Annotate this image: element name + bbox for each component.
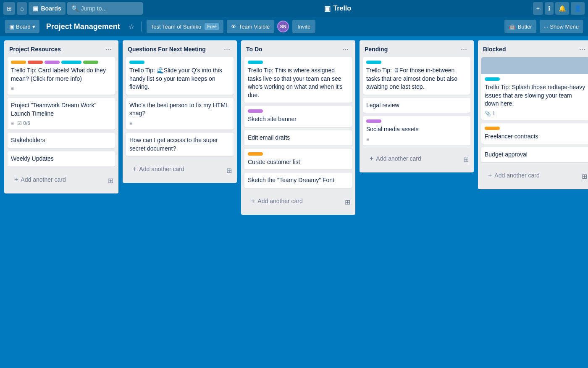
add-card-label: Add another card: [376, 155, 421, 162]
profile-button[interactable]: 👤: [571, 2, 585, 15]
team-visible-button[interactable]: 👁 Team Visible: [227, 20, 274, 33]
label-red: [28, 61, 43, 64]
label-yellow: [11, 61, 26, 64]
show-menu-button[interactable]: ··· Show Menu: [540, 20, 583, 33]
board-content: Project Resources···Trello Tip: Card lab…: [0, 36, 588, 215]
trello-logo-icon: ▣: [324, 5, 331, 13]
list-title-to-do: To Do: [246, 46, 341, 53]
card-labels: [366, 61, 467, 64]
card-card-tip-3[interactable]: Trello Tip: This is where assigned tasks…: [244, 57, 352, 103]
card-card-freelancer[interactable]: Freelancer contracts: [481, 123, 588, 144]
show-menu-dots: ···: [544, 24, 549, 30]
list-header-to-do: To Do···: [241, 40, 355, 57]
notifications-button[interactable]: 🔔: [555, 2, 569, 15]
star-button[interactable]: ☆: [127, 21, 136, 32]
card-text: Sketch site banner: [248, 116, 297, 122]
list-title-pending: Pending: [365, 46, 459, 53]
card-labels: [485, 77, 585, 81]
list-header-pending: Pending···: [360, 40, 474, 57]
butler-button[interactable]: 🤖 Butler: [504, 20, 536, 33]
list-menu-button-blocked[interactable]: ···: [578, 45, 587, 54]
boards-icon: ▣: [33, 5, 38, 12]
card-card-email-drafts[interactable]: Edit email drafts: [244, 130, 352, 146]
top-nav: ⊞ ⌂ ▣ Boards 🔍 ▣ Trello + ℹ 🔔 👤: [0, 0, 588, 17]
add-card-label: Add another card: [257, 198, 302, 204]
app-title: Trello: [333, 5, 351, 12]
add-card-button-project-resources[interactable]: + Add another card: [9, 172, 105, 187]
add-button[interactable]: +: [533, 2, 543, 15]
add-card-button-blocked[interactable]: + Add another card: [483, 168, 578, 183]
card-template-button-pending[interactable]: ⊞: [462, 154, 470, 165]
card-card-teamwork[interactable]: Project "Teamwork Dream Work" Launch Tim…: [8, 98, 115, 130]
add-card-row-blocked: + Add another card⊞: [478, 166, 588, 189]
list-menu-button-questions-next-meeting[interactable]: ···: [222, 45, 232, 54]
card-card-html[interactable]: Who's the best person to fix my HTML sna…: [126, 98, 234, 130]
card-template-button-project-resources[interactable]: ⊞: [106, 175, 115, 186]
list-menu-button-to-do[interactable]: ···: [341, 45, 350, 54]
card-card-budget[interactable]: Budget approval: [481, 147, 588, 162]
card-card-tip-2[interactable]: Trello Tip: 🌊Slide your Q's into this ha…: [126, 57, 234, 95]
list-cards-project-resources: Trello Tip: Card labels! What do they me…: [4, 57, 118, 170]
list-menu-button-project-resources[interactable]: ···: [104, 45, 113, 54]
card-card-social[interactable]: Social media assets≡: [363, 116, 470, 146]
grid-icon: ⊞: [7, 5, 12, 12]
card-labels: [485, 127, 585, 130]
card-card-cover[interactable]: Trello Tip: Splash those redtape-heavy i…: [481, 57, 588, 120]
card-template-button-blocked[interactable]: ⊞: [580, 171, 588, 182]
add-card-row-pending: + Add another card⊞: [360, 149, 474, 172]
plus-icon: +: [14, 176, 18, 183]
card-card-legal[interactable]: Legal review: [363, 98, 470, 113]
star-icon: ☆: [129, 23, 134, 30]
plus-icon: +: [251, 197, 255, 205]
home-button[interactable]: ⌂: [17, 2, 27, 15]
list-questions-next-meeting: Questions For Next Meeting···Trello Tip:…: [123, 40, 237, 183]
label-cyan: [248, 61, 263, 64]
app-title-area: ▣ Trello: [144, 5, 531, 13]
attachment-badge: 📎 1: [485, 111, 495, 116]
card-labels: [11, 61, 112, 64]
card-labels: [248, 152, 349, 156]
info-button[interactable]: ℹ: [545, 2, 554, 15]
add-card-row-to-do: + Add another card⊞: [241, 191, 355, 215]
card-template-button-to-do[interactable]: ⊞: [343, 196, 352, 208]
list-blocked: Blocked···Trello Tip: Splash those redta…: [478, 40, 588, 189]
description-icon: ≡: [11, 85, 14, 91]
board-view-icon: ▣: [9, 24, 14, 30]
card-card-tip-1[interactable]: Trello Tip: Card labels! What do they me…: [8, 57, 115, 95]
card-card-tip-4[interactable]: Trello Tip: 🖥For those in-between tasks …: [363, 57, 470, 95]
card-card-sketch-banner[interactable]: Sketch site banner: [244, 106, 352, 127]
invite-label: Invite: [297, 24, 310, 30]
butler-label: Butler: [518, 24, 532, 30]
card-card-stakeholders[interactable]: Stakeholders: [8, 133, 115, 148]
card-text: Project "Teamwork Dream Work" Launch Tim…: [11, 102, 96, 117]
add-card-button-to-do[interactable]: + Add another card: [246, 194, 341, 208]
eye-icon: 👁: [231, 24, 236, 30]
card-card-customer-list[interactable]: Curate customer list: [244, 149, 352, 170]
board-view-button[interactable]: ▣ Board ▾: [5, 20, 39, 33]
invite-button[interactable]: Invite: [292, 20, 315, 33]
add-card-button-pending[interactable]: + Add another card: [365, 151, 460, 166]
card-template-button-questions-next-meeting[interactable]: ⊞: [225, 165, 234, 176]
add-card-button-questions-next-meeting[interactable]: + Add another card: [128, 162, 223, 176]
card-card-sketch-font[interactable]: Sketch the "Teamy Dreamy" Font: [244, 173, 352, 188]
card-card-weekly[interactable]: Weekly Updates: [8, 151, 115, 167]
board-name: Project Management: [43, 21, 123, 33]
avatar[interactable]: SN: [277, 21, 289, 32]
card-card-secret[interactable]: How can I get access to the super secret…: [126, 133, 234, 156]
description-icon: ≡: [366, 136, 369, 142]
list-menu-button-pending[interactable]: ···: [459, 45, 469, 54]
home-icon: ⌂: [20, 5, 24, 12]
plus-icon: +: [133, 165, 136, 173]
card-text: How can I get access to the super secret…: [129, 137, 218, 152]
search-input[interactable]: [81, 5, 136, 12]
grid-apps-button[interactable]: ⊞: [3, 2, 15, 15]
team-name-button[interactable]: Test Team of Sumiko Free: [147, 20, 223, 33]
card-text: Trello Tip: This is where assigned tasks…: [248, 67, 343, 98]
list-cards-questions-next-meeting: Trello Tip: 🌊Slide your Q's into this ha…: [123, 57, 237, 159]
add-card-label: Add another card: [139, 166, 184, 172]
card-text: Edit email drafts: [248, 134, 290, 141]
list-to-do: To Do···Trello Tip: This is where assign…: [241, 40, 355, 215]
card-meta: ≡: [129, 120, 230, 126]
boards-button[interactable]: ▣ Boards: [29, 2, 65, 15]
card-cover-image: [481, 57, 588, 74]
